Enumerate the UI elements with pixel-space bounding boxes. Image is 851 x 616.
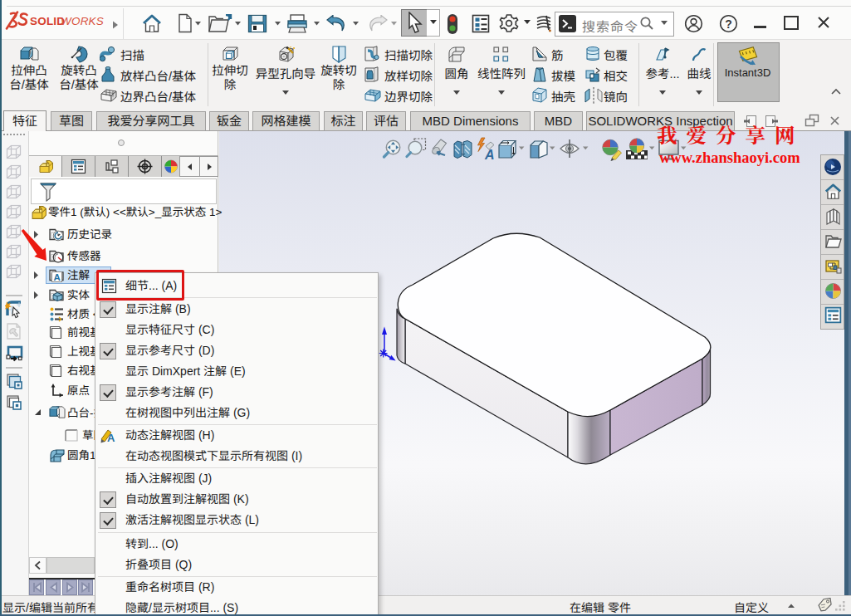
svg-text:A: A xyxy=(107,432,115,444)
svg-text:A: A xyxy=(53,272,60,282)
svg-text:SOLID: SOLID xyxy=(30,15,65,27)
svg-text:A: A xyxy=(484,148,495,162)
svg-text:?: ? xyxy=(725,17,732,31)
svg-text:WORKS: WORKS xyxy=(61,15,104,27)
